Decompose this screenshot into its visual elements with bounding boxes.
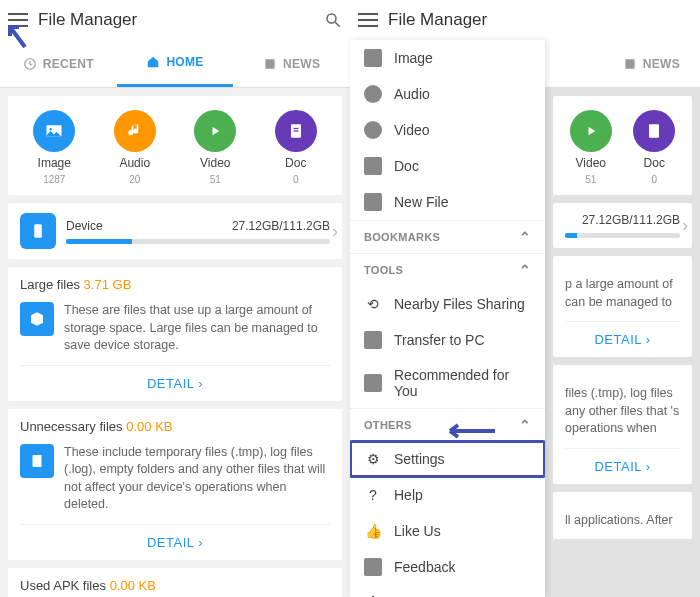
chevron-right-icon: ›: [332, 221, 338, 242]
newfile-icon: [364, 193, 382, 211]
detail-button[interactable]: DETAIL: [20, 365, 330, 401]
drawer-item-transfer[interactable]: Transfer to PC: [350, 322, 545, 358]
drawer-item-feedback[interactable]: Feedback: [350, 549, 545, 585]
pc-icon: [364, 331, 382, 349]
tab-home[interactable]: HOME: [117, 40, 234, 87]
large-files-section: Large files 3.71 GB These are files that…: [8, 267, 342, 401]
chevron-up-icon: ⌃: [519, 229, 531, 245]
app-bar: File Manager: [350, 0, 700, 40]
app-title: File Manager: [38, 10, 324, 30]
screen-right: File Manager NEWS Video51 Doc0 27.12GB/1…: [350, 0, 700, 597]
shortcut-label: Video: [200, 156, 230, 170]
drawer-item-recommended[interactable]: Recommended for You: [350, 358, 545, 408]
tab-label: HOME: [166, 55, 203, 69]
home-icon: [146, 55, 160, 69]
feedback-icon: [364, 558, 382, 576]
drawer-item-help[interactable]: ?Help: [350, 477, 545, 513]
shortcut-video[interactable]: Video 51: [175, 110, 256, 185]
shortcut-label: Doc: [285, 156, 306, 170]
section-amount: 3.71 GB: [84, 277, 132, 292]
drawer-item-like[interactable]: 👍Like Us: [350, 513, 545, 549]
tab-news: NEWS: [545, 40, 700, 87]
news-icon: [623, 57, 637, 71]
drawer-item-image[interactable]: Image: [350, 40, 545, 76]
svg-rect-14: [649, 124, 659, 137]
shortcut-count: 20: [129, 174, 140, 185]
apk-files-section: Used APK files 0.00 KB APK files are use…: [8, 568, 342, 598]
chevron-up-icon: ⌃: [519, 417, 531, 433]
gift-icon: [364, 374, 382, 392]
svg-point-0: [327, 14, 336, 23]
shortcut-audio[interactable]: Audio 20: [95, 110, 176, 185]
image-icon: [44, 121, 64, 141]
tab-news[interactable]: NEWS: [233, 40, 350, 87]
tab-label: RECENT: [43, 57, 94, 71]
doc-icon: [364, 157, 382, 175]
tab-label: NEWS: [283, 57, 320, 71]
audio-icon: [125, 121, 145, 141]
nav-drawer: Image Audio Video Doc New File BOOKMARKS…: [350, 40, 545, 597]
svg-rect-13: [625, 59, 634, 68]
section-title: Large files: [20, 277, 80, 292]
svg-line-1: [335, 22, 340, 27]
shortcut-label: Image: [38, 156, 71, 170]
image-icon: [364, 49, 382, 67]
section-title: Unnecessary files: [20, 419, 123, 434]
drawer-item-newfile[interactable]: New File: [350, 184, 545, 220]
drawer-section-others[interactable]: OTHERS⌃: [350, 408, 545, 441]
storage-bar: [66, 239, 330, 244]
section-desc: These are files that use up a large amou…: [64, 302, 330, 355]
shortcut-label: Audio: [119, 156, 150, 170]
drawer-item-nearby[interactable]: ⟲Nearby Files Sharing: [350, 286, 545, 322]
unnecessary-files-section: Unnecessary files 0.00 KB These include …: [8, 409, 342, 560]
app-title: File Manager: [388, 10, 692, 30]
search-icon[interactable]: [324, 11, 342, 29]
shortcut-count: 51: [210, 174, 221, 185]
svg-rect-10: [33, 455, 42, 467]
shortcut-count: 1287: [43, 174, 65, 185]
thumb-icon: 👍: [364, 522, 382, 540]
shortcuts-card: Image 1287 Audio 20 Video 51 Doc 0: [8, 96, 342, 195]
drawer-section-tools[interactable]: TOOLS⌃: [350, 253, 545, 286]
drawer-item-settings[interactable]: ⚙Settings: [350, 441, 545, 477]
cube-icon: [20, 302, 54, 336]
drawer-section-bookmarks[interactable]: BOOKMARKS⌃: [350, 220, 545, 253]
hamburger-icon[interactable]: [8, 13, 28, 27]
tab-recent[interactable]: RECENT: [0, 40, 117, 87]
hamburger-icon[interactable]: [358, 13, 378, 27]
device-usage: 27.12GB/111.2GB: [232, 219, 330, 233]
screen-left: File Manager RECENT HOME NEWS Image 1287…: [0, 0, 350, 597]
drawer-item-doc[interactable]: Doc: [350, 148, 545, 184]
app-bar: File Manager: [0, 0, 350, 40]
drawer-item-video[interactable]: Video: [350, 112, 545, 148]
gear-icon: ⚙: [364, 450, 382, 468]
video-icon: [205, 121, 225, 141]
drawer-item-exit[interactable]: ⏻Exit: [350, 585, 545, 597]
tabs: RECENT HOME NEWS: [0, 40, 350, 88]
section-amount: 0.00 KB: [126, 419, 172, 434]
chevron-up-icon: ⌃: [519, 262, 531, 278]
video-icon: [581, 121, 601, 141]
nearby-icon: ⟲: [364, 295, 382, 313]
audio-icon: [364, 85, 382, 103]
section-desc: These include temporary files (.tmp), lo…: [64, 444, 330, 514]
shortcut-image[interactable]: Image 1287: [14, 110, 95, 185]
background-content: NEWS Video51 Doc0 27.12GB/111.2GB› p a l…: [545, 40, 700, 597]
drawer-item-audio[interactable]: Audio: [350, 76, 545, 112]
file-icon: [20, 444, 54, 478]
help-icon: ?: [364, 486, 382, 504]
detail-button[interactable]: DETAIL: [20, 524, 330, 560]
shortcut-doc[interactable]: Doc 0: [256, 110, 337, 185]
news-icon: [263, 57, 277, 71]
video-icon: [364, 121, 382, 139]
clock-icon: [23, 57, 37, 71]
shortcut-count: 0: [293, 174, 299, 185]
section-title: Used APK files: [20, 578, 106, 593]
section-amount: 0.00 KB: [110, 578, 156, 593]
svg-rect-3: [265, 59, 274, 68]
svg-point-5: [50, 128, 53, 131]
device-name: Device: [66, 219, 103, 233]
device-card[interactable]: Device 27.12GB/111.2GB ›: [8, 203, 342, 259]
doc-icon: [286, 121, 306, 141]
doc-icon: [644, 121, 664, 141]
